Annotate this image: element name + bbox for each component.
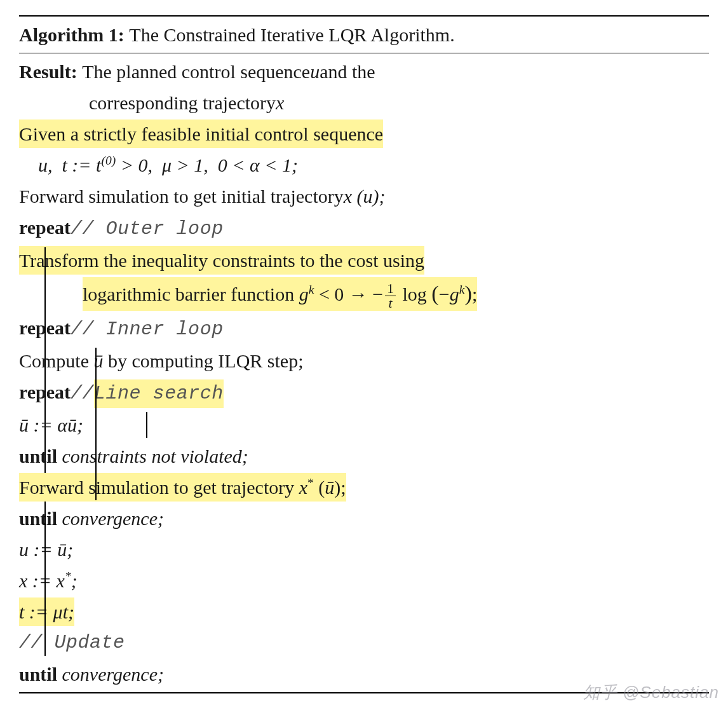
frac-num: 1: [385, 282, 396, 297]
outer-until: until convergence;: [19, 659, 709, 690]
update-comment: // Update: [19, 627, 709, 659]
result-text-3: corresponding trajectory: [89, 88, 276, 117]
frac-den: t: [387, 296, 394, 311]
linesearch-step: ū := αū;: [19, 409, 709, 440]
update-t: t := μt;: [19, 596, 709, 627]
result-label: Result:: [19, 57, 78, 86]
top-rule: [19, 15, 709, 17]
linesearch-repeat: repeat // Line search: [19, 376, 709, 409]
inner-body: Compute ū by computing ILQR step; repeat…: [19, 345, 709, 503]
inner-until: until convergence;: [19, 503, 709, 534]
result-line-2: corresponding trajectory x: [19, 87, 709, 118]
algorithm-title: The Constrained Iterative LQR Algorithm.: [129, 20, 454, 49]
outer-until-cond: convergence;: [62, 660, 164, 688]
forward-init: Forward simulation to get initial trajec…: [19, 181, 709, 212]
linesearch-until: until constraints not violated;: [19, 440, 709, 472]
result-text-2: and the: [320, 57, 375, 86]
algorithm-header: Algorithm 1: The Constrained Iterative L…: [19, 19, 709, 50]
inner-repeat: repeat // Inner loop: [19, 312, 709, 345]
transform-text-2: logarithmic barrier function gk < 0 → −1…: [83, 277, 477, 311]
inner-comment: // Inner loop: [71, 315, 224, 344]
update-x-math: x := x*;: [19, 566, 78, 595]
given-init-math: u, t := t(0) > 0, μ > 1, 0 < α < 1;: [38, 151, 298, 179]
inner-forward-prefix: Forward simulation to get trajectory: [19, 477, 299, 498]
transform-line-1: Transform the inequality constraints to …: [19, 245, 709, 276]
linesearch-step-math: ū := αū;: [19, 411, 83, 439]
inner-forward: Forward simulation to get trajectory x* …: [19, 472, 709, 503]
algorithm-label: Algorithm 1:: [19, 20, 125, 49]
given-line: Given a strictly feasible initial contro…: [19, 118, 709, 149]
linesearch-until-kw: until: [19, 442, 57, 470]
update-u: u := ū;: [19, 534, 709, 565]
update-u-math: u := ū;: [19, 535, 73, 564]
inner-until-kw: until: [19, 504, 57, 533]
forward-init-text: Forward simulation to get initial trajec…: [19, 182, 344, 210]
result-x: x: [276, 88, 284, 117]
transform-text-1: Transform the inequality constraints to …: [19, 246, 424, 275]
given-init: u, t := t(0) > 0, μ > 1, 0 < α < 1;: [19, 149, 709, 181]
outer-comment: // Outer loop: [71, 215, 224, 243]
update-comment-text: // Update: [19, 629, 125, 657]
result-text-1: The planned control sequence: [82, 57, 310, 86]
forward-init-math: x (u);: [344, 182, 386, 210]
outer-until-kw: until: [19, 660, 57, 688]
bottom-rule: [19, 692, 709, 693]
linesearch-body: ū := αū;: [19, 409, 709, 440]
transform-prefix: logarithmic barrier function: [83, 283, 299, 304]
update-x: x := x*;: [19, 565, 709, 596]
result-u: u: [310, 57, 320, 86]
header-rule: [19, 53, 709, 53]
inner-forward-text: Forward simulation to get trajectory x* …: [19, 473, 346, 502]
compute-line: Compute ū by computing ILQR step;: [19, 345, 709, 376]
outer-repeat-kw: repeat: [19, 213, 71, 242]
outer-repeat: repeat // Outer loop: [19, 212, 709, 245]
linesearch-repeat-kw: repeat: [19, 378, 71, 406]
outer-body: Transform the inequality constraints to …: [19, 245, 709, 659]
compute-text: Compute ū by computing ILQR step;: [19, 346, 303, 375]
inner-repeat-kw: repeat: [19, 313, 71, 342]
transform-line-2: logarithmic barrier function gk < 0 → −1…: [19, 276, 709, 312]
update-t-math: t := μt;: [19, 597, 74, 626]
linesearch-comment-slashes: //: [71, 379, 94, 408]
result-line-1: Result: The planned control sequence u a…: [19, 56, 709, 87]
given-text: Given a strictly feasible initial contro…: [19, 119, 383, 148]
linesearch-until-cond: constraints not violated;: [62, 442, 248, 470]
inner-until-cond: convergence;: [62, 504, 164, 533]
linesearch-comment: Line search: [94, 379, 224, 408]
